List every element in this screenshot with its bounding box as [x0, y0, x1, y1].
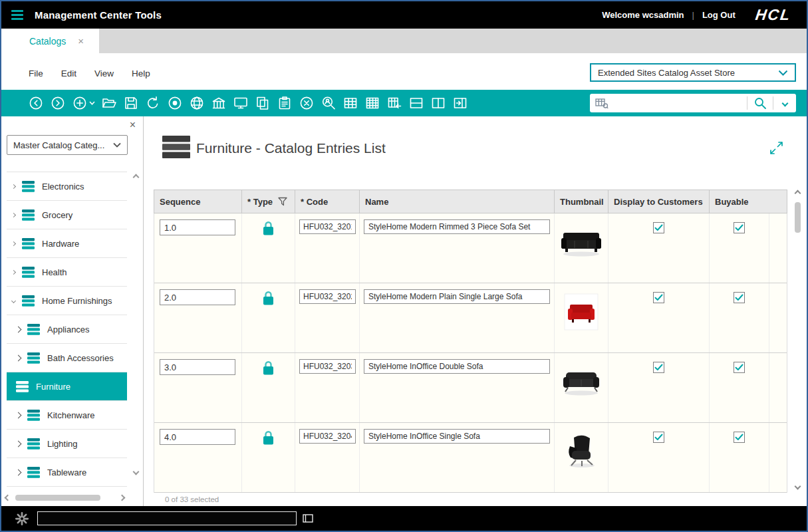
display-to-customers-checkbox[interactable]: [653, 222, 664, 233]
open-icon[interactable]: [101, 95, 117, 111]
store-icon[interactable]: [211, 95, 227, 111]
sequence-input[interactable]: [160, 289, 235, 305]
table-vertical-scrollbar[interactable]: [793, 191, 802, 489]
preview-icon[interactable]: [233, 95, 249, 111]
scroll-left-icon[interactable]: [5, 495, 11, 501]
sidebar-item-home-furnishings[interactable]: Home Furnishings: [7, 287, 127, 315]
display-to-customers-checkbox[interactable]: [653, 432, 664, 443]
name-input[interactable]: [364, 219, 550, 234]
code-input[interactable]: [299, 359, 356, 374]
copy-icon[interactable]: [255, 95, 271, 111]
delete-icon[interactable]: [299, 95, 315, 111]
sidebar-item-electronics[interactable]: Electronics: [7, 172, 127, 201]
menu-help[interactable]: Help: [132, 68, 150, 78]
column-header-thumbnail[interactable]: Thumbnail: [555, 190, 608, 213]
expand-arrow-icon[interactable]: [11, 184, 16, 188]
sidebar-close-icon[interactable]: ×: [130, 119, 136, 131]
expand-arrow-icon[interactable]: [15, 440, 22, 447]
forward-icon[interactable]: [50, 95, 66, 111]
scrollbar-thumb[interactable]: [795, 202, 801, 233]
stop-icon[interactable]: [167, 95, 183, 111]
buyable-checkbox[interactable]: [734, 292, 745, 303]
tab-close-icon[interactable]: ×: [78, 35, 84, 47]
scroll-up-icon[interactable]: [794, 190, 801, 197]
table-row[interactable]: [154, 423, 787, 493]
back-icon[interactable]: [28, 95, 44, 111]
search-options-chevron-icon[interactable]: [773, 101, 796, 106]
name-input[interactable]: [364, 429, 550, 444]
table-row[interactable]: [154, 353, 787, 423]
display-to-customers-checkbox[interactable]: [653, 292, 664, 303]
logout-link[interactable]: Log Out: [702, 10, 736, 20]
scroll-down-icon[interactable]: [794, 483, 801, 490]
table-row[interactable]: [154, 213, 787, 283]
code-input[interactable]: [299, 219, 356, 234]
panel-right-icon[interactable]: [452, 95, 468, 111]
scroll-right-icon[interactable]: [119, 495, 126, 501]
display-to-customers-checkbox[interactable]: [653, 362, 664, 373]
sidebar-item-grocery[interactable]: Grocery: [7, 201, 127, 229]
refresh-icon[interactable]: [145, 95, 161, 111]
grid-import-icon[interactable]: [386, 95, 402, 111]
sequence-input[interactable]: [160, 219, 235, 235]
sidebar-vertical-scrollbar[interactable]: [132, 175, 140, 474]
expand-panel-icon[interactable]: [770, 142, 783, 157]
expand-arrow-icon[interactable]: [15, 469, 22, 475]
expand-arrow-icon[interactable]: [15, 326, 22, 332]
menu-file[interactable]: File: [29, 68, 43, 78]
web-icon[interactable]: [189, 95, 205, 111]
split-vertical-icon[interactable]: [430, 95, 446, 111]
menu-view[interactable]: View: [94, 68, 114, 78]
add-icon[interactable]: [72, 95, 95, 111]
name-input[interactable]: [364, 289, 550, 304]
filter-icon[interactable]: [277, 197, 288, 206]
search-scope-icon[interactable]: [595, 98, 608, 109]
expand-arrow-icon[interactable]: [15, 412, 22, 418]
buyable-checkbox[interactable]: [734, 432, 745, 443]
save-icon[interactable]: [123, 95, 139, 111]
expand-arrow-icon[interactable]: [11, 241, 16, 245]
sidebar-item-bath-accessories[interactable]: Bath Accessories: [7, 344, 127, 372]
grid-large-icon[interactable]: [364, 95, 380, 111]
sidebar-item-tableware[interactable]: Tableware: [7, 458, 127, 487]
column-header-sequence[interactable]: Sequence: [154, 190, 242, 213]
column-header-code[interactable]: * Code: [295, 190, 360, 213]
expand-arrow-icon[interactable]: [11, 212, 16, 217]
sidebar-item-health[interactable]: Health: [7, 258, 127, 287]
category-filter-dropdown[interactable]: Master Catalog Categ...: [7, 135, 128, 155]
expand-arrow-icon[interactable]: [11, 269, 16, 274]
sequence-input[interactable]: [160, 359, 235, 375]
sequence-input[interactable]: [160, 429, 235, 445]
expand-log-icon[interactable]: [303, 514, 313, 523]
scroll-up-icon[interactable]: [132, 174, 139, 181]
sidebar-item-furniture[interactable]: Furniture: [7, 372, 127, 401]
sidebar-item-lighting[interactable]: Lighting: [7, 430, 127, 458]
paste-icon[interactable]: [277, 95, 293, 111]
grid-small-icon[interactable]: [342, 95, 358, 111]
store-selector[interactable]: Extended Sites Catalog Asset Store: [590, 63, 796, 82]
column-header-type[interactable]: * Type: [242, 190, 295, 213]
hamburger-menu-icon[interactable]: [11, 10, 23, 20]
split-horizontal-icon[interactable]: [408, 95, 424, 111]
menu-edit[interactable]: Edit: [61, 68, 76, 78]
sidebar-horizontal-scrollbar[interactable]: [5, 493, 124, 502]
catalog-search-input[interactable]: [612, 95, 747, 111]
expand-arrow-icon[interactable]: [15, 354, 22, 361]
column-header-buyable[interactable]: Buyable: [710, 190, 769, 213]
buyable-checkbox[interactable]: [734, 222, 745, 233]
search-icon[interactable]: [747, 96, 773, 110]
buyable-checkbox[interactable]: [734, 362, 745, 373]
find-icon[interactable]: [321, 95, 337, 111]
code-input[interactable]: [299, 289, 356, 304]
column-header-display-to-customers[interactable]: Display to Customers: [608, 190, 710, 213]
column-header-name[interactable]: Name: [360, 190, 555, 213]
code-input[interactable]: [299, 429, 356, 444]
name-input[interactable]: [364, 359, 550, 374]
table-row[interactable]: [154, 283, 787, 353]
scrollbar-thumb[interactable]: [15, 495, 100, 501]
sidebar-item-hardware[interactable]: Hardware: [7, 229, 127, 258]
sidebar-item-kitchenware[interactable]: Kitchenware: [7, 401, 127, 430]
sidebar-item-appliances[interactable]: Appliances: [7, 315, 127, 344]
tab-catalogs[interactable]: Catalogs ×: [1, 29, 99, 53]
scroll-down-icon[interactable]: [132, 469, 139, 475]
